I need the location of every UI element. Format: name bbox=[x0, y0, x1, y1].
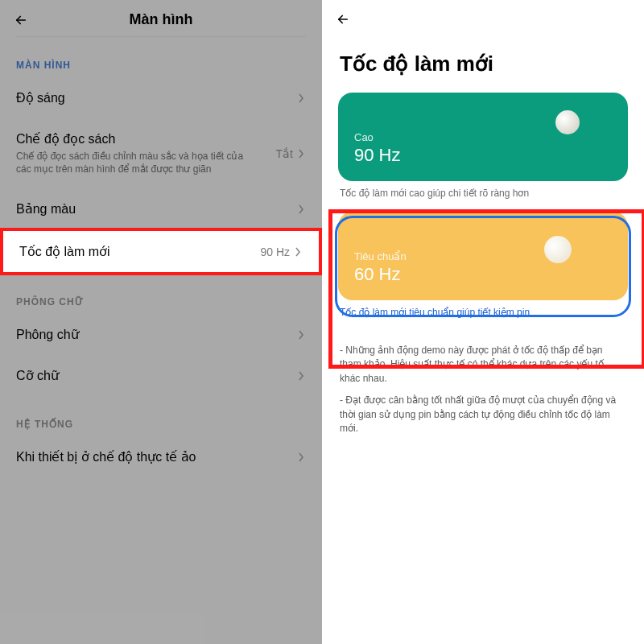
row-subtitle: Chế độ đọc sách điều chỉnh màu sắc và họ… bbox=[16, 150, 276, 175]
row-title: Độ sáng bbox=[16, 90, 298, 105]
chevron-right-icon bbox=[298, 94, 306, 102]
row-reading-mode[interactable]: Chế độ đọc sách Chế độ đọc sách điều chỉ… bbox=[0, 118, 322, 188]
chevron-right-icon bbox=[298, 150, 306, 158]
refresh-rate-screen: Tốc độ làm mới Cao 90 Hz Tốc độ làm mới … bbox=[322, 0, 644, 644]
row-title: Chế độ đọc sách bbox=[16, 131, 276, 147]
header: Màn hình bbox=[0, 0, 322, 36]
footnote: - Những ảnh động demo này được phát ở tố… bbox=[322, 336, 644, 386]
option-high-caption: Tốc độ làm mới cao giúp chi tiết rõ ràng… bbox=[322, 186, 644, 202]
chevron-right-icon bbox=[298, 331, 306, 339]
row-refresh-rate[interactable]: Tốc độ làm mới 90 Hz bbox=[0, 228, 322, 275]
page-title: Tốc độ làm mới bbox=[322, 35, 644, 83]
option-hz: 90 Hz bbox=[354, 145, 612, 166]
row-title: Phông chữ bbox=[16, 327, 298, 342]
chevron-right-icon bbox=[295, 248, 303, 256]
row-color-palette[interactable]: Bảng màu bbox=[0, 188, 322, 229]
row-title: Cỡ chữ bbox=[16, 368, 298, 383]
page-title: Màn hình bbox=[29, 11, 293, 28]
display-settings-screen: Màn hình MÀN HÌNH Độ sáng Chế độ đọc sác… bbox=[0, 0, 322, 644]
row-brightness[interactable]: Độ sáng bbox=[0, 77, 322, 118]
section-label-font: PHÔNG CHỮ bbox=[0, 274, 322, 314]
row-title: Bảng màu bbox=[16, 201, 298, 217]
option-standard-caption: Tốc độ làm mới tiêu chuẩn giúp tiết kiệm… bbox=[322, 305, 644, 321]
row-font-size[interactable]: Cỡ chữ bbox=[0, 355, 322, 396]
section-label-display: MÀN HÌNH bbox=[0, 37, 322, 77]
option-high[interactable]: Cao 90 Hz bbox=[338, 93, 628, 181]
preview-dot-icon bbox=[555, 110, 580, 134]
row-font[interactable]: Phông chữ bbox=[0, 314, 322, 355]
footnote: - Đạt được cân bằng tốt nhất giữa độ mượ… bbox=[322, 386, 644, 436]
row-value: 90 Hz bbox=[260, 246, 290, 258]
preview-dot-icon bbox=[544, 236, 572, 263]
chevron-right-icon bbox=[298, 453, 306, 461]
back-icon[interactable] bbox=[335, 11, 351, 27]
row-title: Tốc độ làm mới bbox=[19, 244, 260, 259]
row-vr-mode[interactable]: Khi thiết bị ở chế độ thực tế ảo bbox=[0, 436, 322, 477]
header bbox=[322, 0, 644, 35]
back-icon[interactable] bbox=[13, 12, 29, 28]
option-hz: 60 Hz bbox=[354, 264, 612, 285]
chevron-right-icon bbox=[298, 205, 306, 213]
option-label: Tiêu chuẩn bbox=[354, 250, 612, 262]
row-value: Tắt bbox=[276, 147, 293, 160]
chevron-right-icon bbox=[298, 372, 306, 380]
section-label-system: HỆ THỐNG bbox=[0, 396, 322, 436]
option-standard[interactable]: Tiêu chuẩn 60 Hz bbox=[338, 212, 628, 300]
row-title: Khi thiết bị ở chế độ thực tế ảo bbox=[16, 449, 298, 464]
